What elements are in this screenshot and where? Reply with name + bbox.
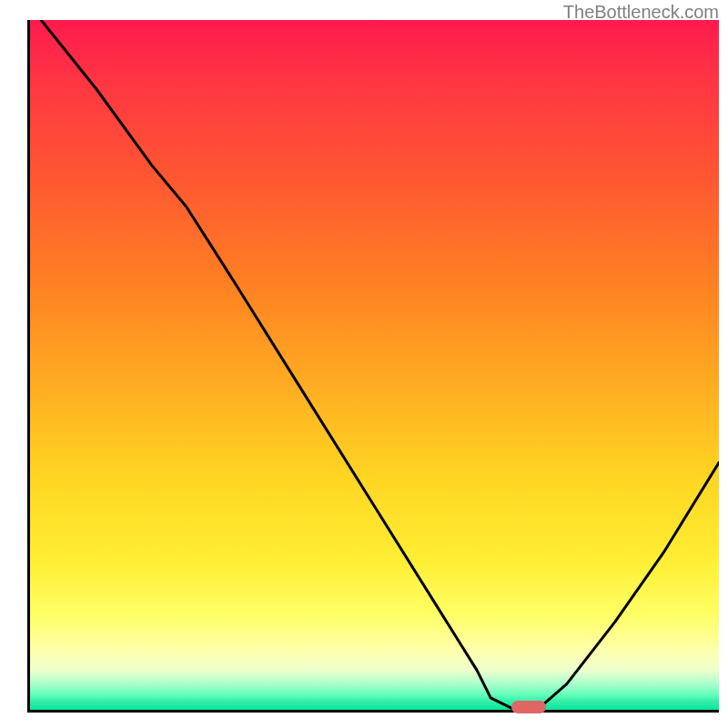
watermark-text: TheBottleneck.com bbox=[563, 2, 719, 23]
y-axis bbox=[27, 20, 30, 712]
curve-svg bbox=[27, 20, 719, 712]
optimal-marker bbox=[511, 701, 546, 713]
bottleneck-curve bbox=[41, 20, 719, 708]
x-axis bbox=[27, 710, 719, 713]
